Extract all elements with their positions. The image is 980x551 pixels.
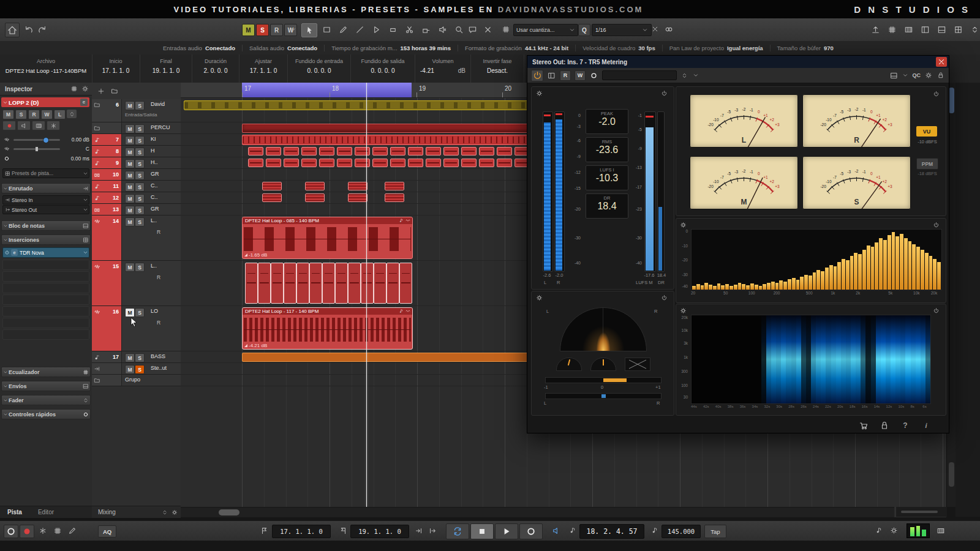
mute-button[interactable]: M [125, 101, 135, 110]
pointer-tool-button[interactable] [301, 23, 317, 37]
solo-button[interactable]: S [135, 159, 145, 168]
audio-event[interactable] [385, 193, 404, 202]
quantize-select[interactable]: Usar cuantiza... [513, 24, 578, 36]
solo-button[interactable]: S [135, 148, 145, 157]
audio-event[interactable] [301, 147, 317, 156]
tap-tempo-button[interactable]: Tap [704, 525, 726, 538]
audio-event[interactable] [248, 147, 263, 156]
punch-in-icon[interactable] [414, 526, 424, 536]
quantize-q-badge[interactable]: Q [578, 24, 590, 36]
bypass-icon[interactable] [589, 71, 598, 80]
play-button[interactable] [495, 523, 518, 539]
time-display[interactable]: 18. 2. 4. 57 [579, 524, 644, 539]
lock-icon[interactable] [937, 71, 945, 80]
plugin-titlebar[interactable]: Stereo Out: Ins. 7 - TR5 Metering [527, 56, 949, 68]
pane-icon[interactable] [919, 24, 930, 35]
gear-icon[interactable] [679, 307, 687, 315]
audio-event[interactable] [372, 159, 388, 167]
home-button[interactable] [5, 23, 20, 37]
ab-compare-icon[interactable] [547, 71, 556, 80]
redo-button[interactable] [37, 24, 48, 36]
plugin-power-button[interactable] [531, 70, 543, 81]
zoom-tool-button[interactable] [451, 23, 466, 36]
status-item[interactable]: Velocidad de cuadro30 fps [575, 45, 662, 51]
info-field[interactable]: Final19. 1. 1. 0 [140, 54, 192, 83]
sliced-audio-event[interactable] [271, 263, 284, 304]
audio-event[interactable] [390, 147, 405, 156]
comment-icon[interactable] [466, 23, 479, 36]
cart-icon[interactable] [858, 420, 869, 431]
audio-event[interactable] [301, 159, 317, 167]
track-row[interactable]: 16MSLOR [92, 306, 181, 351]
status-item[interactable]: Tiempo de grabación m...153 horas 39 min… [324, 45, 458, 51]
edit-channel-button[interactable]: e [80, 99, 88, 106]
track-m-button[interactable]: M [2, 110, 14, 119]
horizontal-scrollbar[interactable] [181, 507, 894, 517]
track-row[interactable]: 11MSC.. [92, 181, 181, 192]
pane2-icon[interactable] [936, 24, 947, 35]
solo-button[interactable]: S [135, 217, 145, 227]
mute-button[interactable]: M [125, 206, 135, 215]
ppm-mode-button[interactable]: PPM [916, 158, 938, 170]
sliced-audio-event[interactable] [386, 263, 399, 304]
solo-button[interactable]: S [135, 101, 145, 110]
audio-clip[interactable]: DPTE2 Hat Loop - 117 - 140 BPM-4.21 dB [242, 307, 413, 350]
audio-event[interactable] [262, 182, 282, 190]
punch-out-icon[interactable] [428, 526, 437, 536]
plugin-read-button[interactable]: R [560, 70, 571, 81]
expand-icon[interactable] [161, 509, 168, 516]
audio-clip[interactable]: DPTE2 Hat Loop - 085 - 140 BPM-1.65 dB [242, 217, 413, 259]
stereo-out-select[interactable]: Stereo Out [2, 205, 89, 214]
export-icon[interactable] [870, 24, 881, 35]
pencil-tool-button[interactable] [336, 23, 350, 36]
playtool-tool-button[interactable] [369, 23, 383, 36]
audio-event[interactable] [337, 159, 352, 167]
inspector-settings-icon[interactable] [70, 84, 78, 93]
pan-meter[interactable] [545, 393, 662, 399]
banner-link[interactable]: DAVIDNAVASSTUDIOS.COM [498, 5, 644, 14]
sliced-audio-event[interactable] [335, 263, 348, 304]
audio-event[interactable] [461, 159, 477, 167]
automation-s-button[interactable]: S [256, 24, 269, 36]
right-locator-display[interactable]: 19. 1. 1. 0 [350, 525, 409, 538]
iterative-quantize-icon[interactable] [650, 24, 660, 34]
track-row[interactable]: MSSte..ut [92, 363, 181, 375]
grid-type-select[interactable]: 1/16 [592, 24, 652, 36]
audio-event[interactable] [266, 159, 281, 167]
track-row[interactable]: MSPERCU [92, 122, 181, 134]
sliced-audio-event[interactable] [296, 263, 309, 304]
tab-pista[interactable]: Pista [7, 509, 22, 515]
vscroll-thumb[interactable] [949, 88, 954, 113]
glue-tool-button[interactable] [418, 23, 433, 36]
sliced-audio-event[interactable] [309, 263, 322, 304]
insert-slot-empty[interactable] [2, 283, 89, 293]
folder-icon[interactable] [110, 87, 119, 96]
info-field[interactable]: Duración2. 0. 0. 0 [192, 54, 239, 83]
section-quick[interactable]: Controles rápidos [1, 409, 91, 419]
track-row[interactable]: 12MSC.. [92, 192, 181, 204]
chevdown-icon[interactable] [1, 100, 9, 105]
track-row[interactable]: 17MSBASS [92, 351, 181, 363]
lock-icon[interactable] [879, 420, 890, 431]
gear-icon[interactable] [679, 221, 687, 229]
automation-m-button[interactable]: M [242, 24, 255, 36]
audio-event[interactable] [337, 147, 352, 156]
close-button[interactable] [936, 57, 947, 67]
left-locator-display[interactable]: 17. 1. 1. 0 [272, 525, 331, 538]
power-icon[interactable] [660, 89, 668, 97]
mute-button[interactable]: M [125, 365, 135, 374]
audio-event[interactable] [319, 159, 334, 167]
section-eq[interactable]: Ecualizador [1, 367, 91, 377]
aq-button[interactable]: AQ [98, 525, 116, 538]
power-icon[interactable] [932, 307, 940, 315]
qc-label[interactable]: QC [913, 72, 921, 78]
audio-event[interactable] [461, 147, 477, 156]
info-field[interactable]: Inicio17. 1. 1. 0 [92, 54, 140, 83]
volume-slider[interactable] [13, 139, 60, 141]
track-s-button[interactable]: S [15, 110, 27, 119]
audio-event[interactable] [262, 193, 282, 202]
sliced-audio-event[interactable] [361, 263, 374, 304]
add-track-button[interactable] [97, 87, 105, 96]
hzoom-slider[interactable] [895, 507, 947, 517]
gear-icon[interactable] [171, 509, 178, 516]
